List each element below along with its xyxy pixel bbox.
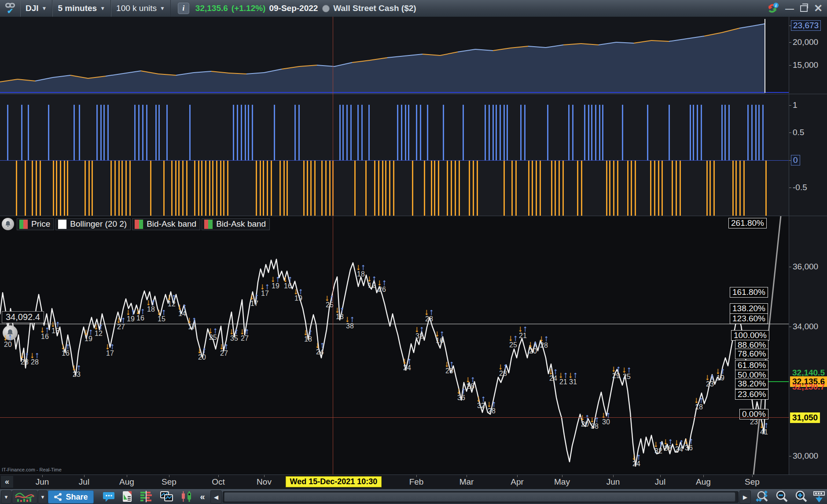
signal-bar-down <box>40 161 41 216</box>
minimize-button[interactable]: — <box>785 4 794 13</box>
signal-bar-up <box>416 105 417 160</box>
signal-bar-up <box>100 105 102 160</box>
legend-item-bid-ask-band[interactable]: Bid-Ask band <box>132 218 200 230</box>
signal-bar-down <box>477 161 478 216</box>
svg-text:i: i <box>776 3 777 8</box>
month-label: Jun <box>606 477 620 487</box>
signal-bar-down <box>267 161 268 216</box>
legend-label: Bollinger (20 2) <box>70 219 127 229</box>
refresh-sync-icon[interactable]: i <box>766 2 779 15</box>
chart-style-caret-button[interactable]: ▼ <box>1 490 11 504</box>
signal-bar-down <box>374 161 375 216</box>
load-history-button[interactable]: « <box>1 476 13 488</box>
signal-bar-up <box>248 105 249 160</box>
order-book-button[interactable] <box>137 490 155 503</box>
signal-bar-down <box>263 161 264 216</box>
signal-bar-down <box>256 161 257 216</box>
signal-bar-down <box>635 161 636 216</box>
fib-level-label[interactable]: 100.00% <box>731 330 769 341</box>
fib-level-label[interactable]: 78.60% <box>735 349 768 359</box>
month-label: Sep <box>162 477 176 487</box>
info-button[interactable]: i <box>178 3 189 14</box>
overview-price-axis[interactable]: 23,67320,00015,000 <box>789 17 827 94</box>
axis-tickmark <box>789 456 791 456</box>
time-scrollbar-thumb[interactable] <box>224 492 735 502</box>
time-scrollbar-track[interactable] <box>223 491 739 503</box>
oscillator-chart-canvas[interactable] <box>0 94 789 216</box>
signal-bar-down <box>680 161 681 216</box>
price-chart-canvas[interactable] <box>0 216 789 475</box>
fib-level-label[interactable]: 38.20% <box>735 379 768 389</box>
chart-mode-caret-button[interactable]: ▼ <box>38 490 48 504</box>
legend-item-bid-ask-band[interactable]: Bid-Ask band <box>202 218 270 230</box>
signal-bar-down <box>540 161 541 216</box>
share-button[interactable]: Share <box>48 490 94 504</box>
signal-bar-up <box>408 105 409 160</box>
fib-level-label[interactable]: 61.80% <box>735 360 768 371</box>
signal-bar-down <box>650 161 651 216</box>
signal-bar-up <box>158 105 160 160</box>
legend-swatch <box>204 219 213 229</box>
chat-button[interactable] <box>100 490 117 503</box>
hline-price-label[interactable]: 34,092.4 <box>2 311 44 323</box>
fib-level-label[interactable]: 161.80% <box>730 287 768 298</box>
signal-bar-up <box>252 105 253 160</box>
restore-button[interactable] <box>800 5 808 12</box>
signal-bar-down <box>16 161 17 216</box>
collapse-toolbar-button[interactable]: « <box>197 490 208 503</box>
zoom-in-button[interactable] <box>792 490 810 503</box>
signal-bar-down <box>25 161 26 216</box>
market-name: Wall Street Cash ($2) <box>333 4 416 13</box>
signal-bar-down <box>307 161 308 216</box>
timeframe-dropdown[interactable]: 5 minutes ▼ <box>52 0 111 17</box>
signal-bar-down <box>743 161 745 216</box>
overview-chart-canvas[interactable] <box>0 17 789 94</box>
signal-bar-up <box>443 105 444 160</box>
fib-level-label[interactable]: 138.20% <box>730 303 768 314</box>
news-button[interactable] <box>119 490 136 503</box>
price-change: (+1.12%) <box>232 4 266 13</box>
month-label: Jun <box>36 477 49 487</box>
chart-mode-button[interactable] <box>12 490 37 504</box>
scroll-left-button[interactable]: ◀ <box>210 490 222 504</box>
signal-bar-down <box>85 161 86 216</box>
fib-level-label[interactable]: 23.60% <box>735 389 768 400</box>
detach-timeline-button[interactable] <box>812 490 827 503</box>
symbol-dropdown[interactable]: DJI ▼ <box>20 0 52 17</box>
signal-bar-up <box>485 105 486 160</box>
scroll-right-button[interactable]: ▶ <box>739 490 751 504</box>
legend-item-bollinger-20-2-[interactable]: Bollinger (20 2) <box>55 218 131 230</box>
signal-bar-down <box>329 161 331 216</box>
signal-bar-up <box>245 105 246 160</box>
alert-bell-icon[interactable] <box>2 218 14 230</box>
signal-bar-up <box>595 105 596 160</box>
axis-tick-label: 20,000 <box>793 37 818 47</box>
last-price: 32,135.6 <box>195 4 228 13</box>
check-icon[interactable]: ✔ <box>7 7 13 15</box>
multi-chart-button[interactable] <box>158 490 176 503</box>
signal-bar-down <box>617 161 618 216</box>
signal-bar-up <box>547 105 548 160</box>
signal-bar-up <box>241 105 242 160</box>
signal-bar-down <box>118 161 120 216</box>
signal-bar-up <box>572 105 573 160</box>
close-button[interactable]: ✕ <box>814 3 823 14</box>
fib-level-label[interactable]: 261.80% <box>728 218 767 228</box>
signal-bar-up <box>758 105 760 160</box>
main-price-axis[interactable]: 36,00034,00030,00032,140.532,135.632,130… <box>789 216 827 475</box>
signal-bar-down <box>536 161 537 216</box>
legend-item-price[interactable]: Price <box>17 218 54 230</box>
hline-alarm-bell-icon[interactable] <box>3 325 18 340</box>
signal-bar-down <box>56 161 57 216</box>
time-axis[interactable]: « JunJulAugSepOctNovFebMarAprMayJunJulAu… <box>0 475 827 489</box>
axis-tick-label: 0 <box>791 155 800 166</box>
backtest-tools-button[interactable] <box>178 490 195 503</box>
units-dropdown[interactable]: 100 k units ▼ <box>111 0 171 17</box>
fib-level-label[interactable]: 0.00% <box>739 409 768 419</box>
signal-bar-up <box>138 105 140 160</box>
zoom-out-button[interactable] <box>773 490 790 503</box>
zoom-fit-button[interactable] <box>753 490 771 503</box>
oscillator-axis[interactable]: 10.50-0.5 <box>789 94 827 216</box>
legend-swatch <box>58 219 67 229</box>
fib-level-label[interactable]: 123.60% <box>730 313 768 324</box>
